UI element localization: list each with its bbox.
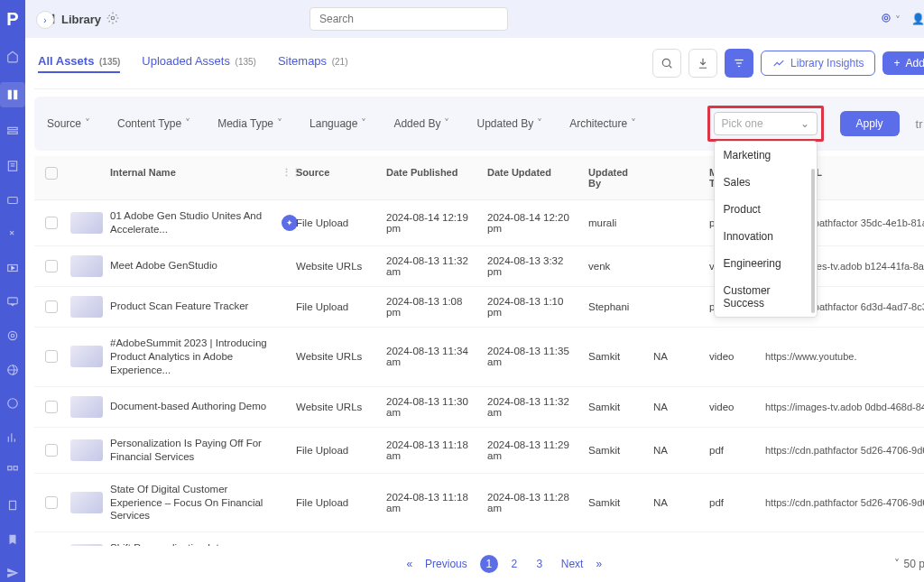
sidebar-expand-button[interactable]: › (36, 11, 54, 29)
row-checkbox[interactable] (45, 300, 58, 313)
row-checkbox[interactable] (45, 444, 58, 457)
dropdown-option[interactable]: Sales (715, 169, 817, 196)
card-icon[interactable] (4, 191, 22, 209)
updated-by-cell: Samkit (583, 347, 648, 365)
globe-icon[interactable] (4, 361, 22, 379)
tab-all-assets[interactable]: All Assets (135) (38, 54, 120, 73)
table-row[interactable]: Shift Personalization Into OverdriveFile… (34, 532, 924, 546)
updated-by-cell: Stephani (583, 298, 648, 316)
dropdown-option[interactable]: Marketing (715, 142, 817, 169)
tab-uploaded-assets[interactable]: Uploaded Assets (135) (142, 54, 256, 73)
prev-page-button[interactable]: Previous (425, 558, 467, 570)
asset-name: Personalization Is Paying Off For Financ… (105, 433, 276, 467)
media-type-cell: pdf (704, 494, 760, 512)
download-button[interactable] (688, 49, 717, 78)
asset-name: Shift Personalization Into Overdrive (105, 538, 276, 546)
library-icon[interactable] (0, 82, 25, 107)
table-row[interactable]: Document-based Authoring DemoWebsite URL… (34, 387, 924, 428)
url-cell: https://cdn.pathfactor 5d26-4706-9d6e-d0… (760, 494, 924, 512)
table-row[interactable]: State Of Digital Customer Experience – F… (34, 474, 924, 533)
published-cell: 2024-08-13 11:32 am (381, 252, 482, 281)
dropdown-option[interactable]: Customer Success (715, 277, 817, 317)
published-cell: 2024-08-13 11:30 am (381, 393, 482, 421)
content-type-cell: NA (648, 398, 704, 416)
svg-rect-0 (8, 90, 12, 100)
page-number[interactable]: 2 (505, 555, 523, 573)
thumbnail (70, 212, 103, 234)
user-menu[interactable]: 👤 Tanya ˅ (911, 13, 924, 25)
svg-marker-9 (12, 266, 14, 270)
filter-architecture[interactable]: Architecture ˅ (564, 114, 642, 134)
last-page-button[interactable]: » (596, 558, 602, 570)
published-cell: 2024-08-13 1:08 pm (381, 292, 482, 321)
filter-button[interactable] (725, 49, 753, 78)
dropdown-option[interactable]: Innovation (715, 223, 817, 250)
source-cell: Website URLs (291, 257, 381, 275)
row-checkbox[interactable] (45, 401, 58, 413)
media-type-cell: video (704, 347, 760, 365)
dropdown-option[interactable]: Engineering (715, 250, 817, 277)
asset-name: Document-based Authoring Demo (105, 396, 276, 417)
dropdown-scrollbar[interactable] (811, 169, 815, 313)
filter-extra[interactable]: tr (916, 117, 923, 131)
url-cell: https://images-tv.adob 0dbd-468d-845b-..… (760, 398, 924, 416)
document-icon[interactable] (4, 157, 22, 175)
table-row[interactable]: Personalization Is Paying Off For Financ… (34, 428, 924, 474)
dropdown-option[interactable]: Product (715, 196, 817, 223)
source-cell: Website URLs (291, 398, 381, 416)
row-checkbox[interactable] (45, 217, 58, 229)
layers-icon[interactable] (4, 124, 22, 142)
select-all-checkbox[interactable] (45, 167, 58, 180)
clipboard-icon[interactable] (4, 496, 22, 514)
settings-icon[interactable]: ˅ (880, 12, 901, 27)
library-insights-button[interactable]: Library Insights (761, 51, 875, 76)
first-page-button[interactable]: « (406, 558, 412, 570)
video-icon[interactable] (4, 259, 22, 277)
row-checkbox[interactable] (45, 350, 58, 363)
gear-icon[interactable] (106, 12, 119, 27)
filter-added-by[interactable]: Added By ˅ (388, 114, 455, 134)
pick-one-select[interactable]: Pick one⌄ (714, 112, 818, 135)
search-input[interactable] (310, 7, 508, 31)
tools-icon[interactable] (4, 225, 22, 243)
chat-icon[interactable] (4, 293, 22, 311)
thumbnail (70, 296, 103, 318)
chart-icon[interactable] (4, 429, 22, 447)
search-button[interactable] (652, 49, 681, 78)
grid-icon[interactable] (4, 463, 22, 481)
table-row[interactable]: #AdobeSummit 2023 | Introducing Product … (34, 328, 924, 387)
filter-source[interactable]: Source ˅ (42, 114, 96, 134)
per-page-select[interactable]: ˅ 50 per page (894, 558, 924, 570)
updated-by-cell: Samkit (583, 441, 648, 459)
next-page-button[interactable]: Next (561, 558, 584, 570)
media-type-cell: pdf (704, 441, 760, 459)
updated-by-cell: venk (583, 257, 648, 275)
filter-updated-by[interactable]: Updated By ˅ (471, 114, 548, 134)
home-icon[interactable] (4, 48, 22, 66)
pagination: « Previous 123 Next » ˅ 50 per page (34, 546, 924, 582)
filter-language[interactable]: Language ˅ (304, 114, 372, 134)
page-number[interactable]: 3 (531, 555, 549, 573)
filter-content-type[interactable]: Content Type ˅ (112, 114, 196, 134)
svg-rect-1 (14, 90, 17, 100)
topic-filter-dropdown[interactable]: Pick one⌄ MarketingSalesProductInnovatio… (707, 106, 824, 142)
thumbnail (70, 255, 103, 277)
circle-icon[interactable] (4, 394, 22, 412)
asset-name: #AdobeSummit 2023 | Introducing Product … (105, 333, 276, 381)
svg-rect-7 (8, 197, 18, 203)
updated-by-cell: murali (583, 214, 648, 232)
row-checkbox[interactable] (45, 496, 58, 509)
add-assets-button[interactable]: + Add Assets (882, 51, 924, 75)
row-checkbox[interactable] (45, 260, 58, 273)
target-icon[interactable] (4, 327, 22, 345)
published-cell: 2024-08-14 12:19 pm (381, 208, 482, 237)
apply-button[interactable]: Apply (840, 111, 900, 136)
source-cell: Website URLs (291, 347, 381, 365)
page-number[interactable]: 1 (480, 555, 498, 573)
svg-rect-18 (8, 467, 12, 470)
bookmark-icon[interactable] (4, 531, 22, 549)
send-icon[interactable] (4, 564, 22, 582)
svg-point-14 (8, 399, 18, 409)
filter-media-type[interactable]: Media Type ˅ (212, 114, 288, 134)
tab-sitemaps[interactable]: Sitemaps (21) (278, 54, 348, 73)
